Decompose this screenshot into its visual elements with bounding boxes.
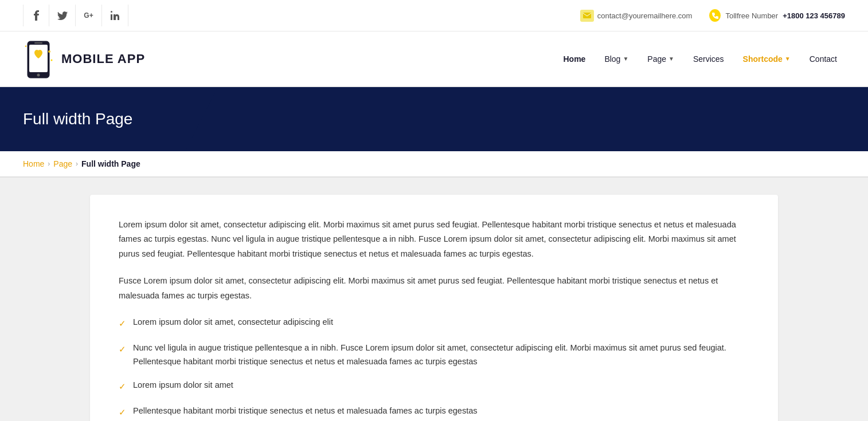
breadcrumb: Home › Page › Full width Page: [0, 151, 868, 178]
check-icon-1: ✓: [119, 317, 126, 331]
list-item: ✓ Lorem ipsum dolor sit amet: [119, 379, 749, 394]
list-item: ✓ Pellentesque habitant morbi tristique …: [119, 404, 749, 420]
content-card: Lorem ipsum dolor sit amet, consectetur …: [90, 195, 778, 421]
list-item: ✓ Lorem ipsum dolor sit amet, consectetu…: [119, 316, 749, 331]
facebook-icon[interactable]: [23, 5, 49, 26]
nav-contact[interactable]: Contact: [801, 50, 845, 68]
nav-shortcode[interactable]: Shortcode ▼: [735, 50, 799, 68]
social-icons: G+: [23, 5, 128, 26]
check-icon-2: ✓: [119, 343, 126, 357]
svg-rect-2: [583, 13, 591, 18]
page-chevron: ▼: [668, 56, 674, 62]
list-item-text-1: Lorem ipsum dolor sit amet, consectetur …: [133, 316, 333, 329]
check-icon-4: ✓: [119, 406, 126, 420]
email-contact: contact@youremailhere.com: [581, 10, 693, 21]
breadcrumb-sep-2: ›: [76, 160, 78, 168]
content-wrapper: Lorem ipsum dolor sit amet, consectetur …: [0, 178, 868, 421]
breadcrumb-home[interactable]: Home: [23, 159, 44, 168]
email-icon: [581, 10, 593, 21]
hero-banner: Full width Page: [0, 87, 868, 151]
phone-label: Tollfree Number: [725, 11, 778, 20]
list-item: ✓ Nunc vel ligula in augue tristique pel…: [119, 341, 749, 369]
list-item-text-3: Lorem ipsum dolor sit amet: [133, 379, 233, 392]
phone-contact: Tollfree Number +1800 123 456789: [709, 10, 845, 21]
phone-number: +1800 123 456789: [783, 11, 845, 20]
blog-chevron: ▼: [623, 56, 628, 62]
top-bar: G+ contact@youremailhere.com: [0, 0, 868, 32]
paragraph-1: Lorem ipsum dolor sit amet, consectetur …: [119, 218, 749, 261]
svg-point-5: [37, 74, 40, 77]
shortcode-chevron: ▼: [785, 56, 791, 62]
breadcrumb-current: Full width Page: [81, 159, 140, 168]
phone-icon: [709, 10, 721, 21]
hero-title: Full width Page: [23, 110, 132, 128]
svg-point-1: [111, 11, 112, 13]
svg-marker-7: [25, 45, 27, 48]
check-icon-3: ✓: [119, 380, 126, 394]
paragraph-2: Fusce Lorem ipsum dolor sit amet, consec…: [119, 274, 749, 303]
breadcrumb-page[interactable]: Page: [53, 159, 72, 168]
nav-blog[interactable]: Blog ▼: [596, 50, 636, 68]
svg-point-9: [51, 60, 53, 61]
svg-point-8: [48, 50, 50, 53]
svg-rect-0: [111, 14, 112, 20]
googleplus-icon[interactable]: G+: [76, 5, 102, 26]
logo-icon: [23, 40, 54, 77]
twitter-icon[interactable]: [49, 5, 76, 26]
list-item-text-4: Pellentesque habitant morbi tristique se…: [133, 404, 477, 418]
logo-text: MOBILE APP: [61, 52, 145, 66]
nav-home[interactable]: Home: [555, 50, 593, 68]
linkedin-icon[interactable]: [102, 5, 128, 26]
nav-services[interactable]: Services: [685, 50, 732, 68]
checklist: ✓ Lorem ipsum dolor sit amet, consectetu…: [119, 316, 749, 420]
header: MOBILE APP Home Blog ▼ Page ▼ Services S…: [0, 32, 868, 87]
nav: Home Blog ▼ Page ▼ Services Shortcode ▼ …: [555, 50, 845, 68]
breadcrumb-sep-1: ›: [48, 160, 50, 168]
logo[interactable]: MOBILE APP: [23, 40, 145, 77]
email-text: contact@youremailhere.com: [597, 11, 693, 20]
nav-page[interactable]: Page ▼: [639, 50, 682, 68]
list-item-text-2: Nunc vel ligula in augue tristique pelle…: [133, 341, 749, 369]
contact-info: contact@youremailhere.com Tollfree Numbe…: [581, 10, 845, 21]
svg-rect-6: [34, 42, 42, 44]
